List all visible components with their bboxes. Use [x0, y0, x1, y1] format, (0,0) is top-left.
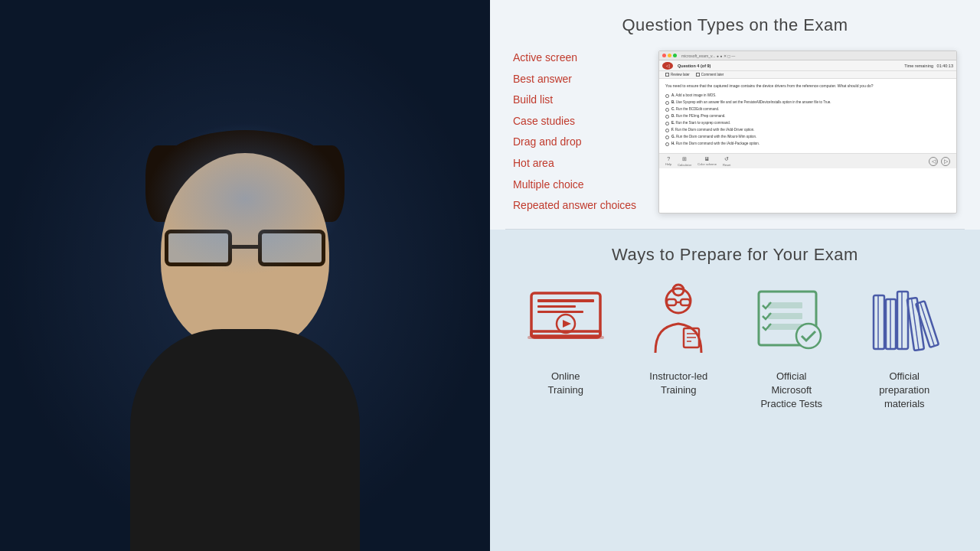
calculator-icon: ⊞: [682, 156, 687, 162]
preparation-materials-label: Officialpreparationmaterials: [879, 370, 929, 412]
footer-icons: ? Help ⊞ Calculator 🖥 Color scheme ↺: [665, 156, 730, 167]
preparation-materials-icon: [862, 284, 946, 360]
screenshot-nav: Review later Comment later: [659, 71, 956, 79]
practice-tests-item: OfficialMicrosoftPractice Tests: [739, 284, 844, 412]
svg-rect-10: [667, 299, 676, 305]
question-type-case-studies[interactable]: Case studies: [513, 114, 643, 129]
screenshot-footer: ? Help ⊞ Calculator 🖥 Color scheme ↺: [659, 153, 956, 168]
online-training-label: OnlineTraining: [548, 370, 583, 397]
question-types-section: Question Types on the Exam Active screen…: [490, 0, 980, 229]
help-icon-item: ? Help: [665, 156, 671, 166]
svg-rect-2: [537, 299, 594, 302]
svg-rect-7: [528, 336, 604, 339]
calculator-icon-item: ⊞ Calculator: [678, 156, 691, 167]
svg-point-21: [796, 324, 821, 348]
preparation-materials-item: Officialpreparationmaterials: [852, 284, 958, 412]
answer-option: B. Use Sysprep with an answer file and s…: [665, 100, 950, 105]
reset-icon: ↺: [724, 156, 729, 162]
prepare-title: Ways to Prepare for Your Exam: [513, 245, 957, 265]
question-text: You need to ensure that the captured ima…: [665, 83, 950, 89]
help-label: Help: [665, 162, 671, 166]
svg-point-8: [666, 289, 691, 313]
help-icon: ?: [667, 156, 670, 161]
previous-button[interactable]: ◁: [929, 157, 938, 166]
answer-option: E. Run the Start /w sysprep command.: [665, 121, 950, 126]
titlebar-text: microsoft_exam_v... ● ● ✕ ◻ —: [681, 54, 953, 58]
screenshot-body: You need to ensure that the captured ima…: [659, 79, 956, 153]
svg-rect-11: [681, 299, 690, 305]
reset-icon-item: ↺ Reset: [723, 156, 730, 167]
svg-rect-4: [537, 311, 583, 313]
color-scheme-icon: 🖥: [704, 156, 710, 161]
calculator-label: Calculator: [678, 163, 691, 167]
right-panel: Question Types on the Exam Active screen…: [490, 0, 980, 551]
question-types-content: Active screenBest answerBuild listCase s…: [513, 51, 957, 214]
answer-option: F. Run the Dism command with the /Add-Dr…: [665, 128, 950, 132]
question-type-active-screen[interactable]: Active screen: [513, 51, 643, 66]
question-type-multiple-choice[interactable]: Multiple choice: [513, 178, 643, 193]
question-type-repeated-answer-choices[interactable]: Repeated answer choices: [513, 198, 643, 214]
answer-option: A. Add a boot image in WDS.: [665, 93, 950, 98]
hero-image: [0, 0, 490, 551]
question-type-best-answer[interactable]: Best answer: [513, 72, 643, 87]
answer-option: C. Run the BCDEdit command.: [665, 107, 950, 112]
question-types-title: Question Types on the Exam: [513, 15, 957, 35]
review-later: Review later: [665, 73, 690, 77]
question-type-hot-area[interactable]: Hot area: [513, 156, 643, 171]
online-training-icon: [524, 284, 608, 360]
question-info: Question 4 (of 9): [678, 64, 900, 68]
svg-rect-19: [768, 313, 802, 319]
instructor-led-icon: [636, 284, 720, 360]
next-button[interactable]: ▷: [941, 157, 950, 166]
timer: Time remaining 01:40:13: [904, 64, 953, 68]
svg-rect-3: [537, 305, 576, 308]
ways-to-prepare-section: Ways to Prepare for Your Exam: [490, 230, 980, 551]
svg-marker-6: [563, 320, 571, 328]
question-type-build-list[interactable]: Build list: [513, 93, 643, 108]
svg-rect-20: [768, 324, 802, 330]
question-type-drag-and-drop[interactable]: Drag and drop: [513, 135, 643, 150]
screenshot-titlebar: microsoft_exam_v... ● ● ✕ ◻ —: [659, 51, 956, 60]
exam-screenshot: microsoft_exam_v... ● ● ✕ ◻ — ◁ Question…: [658, 51, 957, 214]
color-scheme-label: Color scheme: [697, 162, 717, 166]
back-button: ◁: [662, 62, 673, 70]
question-types-list: Active screenBest answerBuild listCase s…: [513, 51, 643, 214]
answer-options: A. Add a boot image in WDS.B. Use Syspre…: [665, 93, 950, 146]
online-training-item: OnlineTraining: [513, 284, 619, 397]
screenshot-toolbar: ◁ Question 4 (of 9) Time remaining 01:40…: [659, 60, 956, 71]
instructor-led-label: Instructor-ledTraining: [649, 370, 707, 397]
prepare-icons-container: OnlineTraining: [513, 284, 957, 412]
footer-nav: ◁ ▷: [929, 157, 950, 166]
practice-tests-label: OfficialMicrosoftPractice Tests: [760, 370, 822, 412]
answer-option: G. Run the Dism command with the /Mount-…: [665, 135, 950, 139]
person-silhouette: [84, 92, 406, 551]
color-scheme-icon-item: 🖥 Color scheme: [697, 156, 717, 166]
practice-tests-icon: [750, 284, 834, 360]
answer-option: H. Run the Dism command with the /Add-Pa…: [665, 142, 950, 146]
svg-rect-22: [874, 295, 884, 349]
svg-rect-18: [768, 302, 802, 308]
comment-later: Comment later: [696, 73, 724, 77]
reset-label: Reset: [723, 163, 730, 167]
answer-option: D. Run the PEImg /Prep command.: [665, 114, 950, 119]
instructor-led-item: Instructor-ledTraining: [626, 284, 732, 397]
